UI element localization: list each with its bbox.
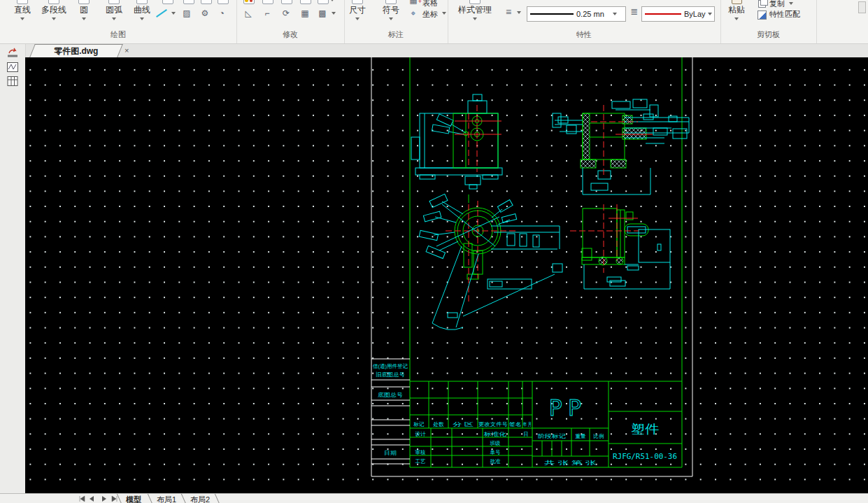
view-top-left	[411, 94, 502, 189]
model-tab[interactable]: 模型	[126, 495, 141, 503]
text-style-icon[interactable]: ◔	[215, 8, 228, 19]
linetype-dropdown-arrow-icon[interactable]	[517, 11, 521, 16]
stage-mark-label: 阶段标记	[538, 433, 567, 439]
dimension-label: 尺寸	[344, 6, 371, 15]
match-properties-label[interactable]: 特性匹配	[769, 9, 800, 19]
circle-icon	[78, 0, 90, 4]
sketch-line-icon[interactable]	[162, 0, 173, 4]
spline-button[interactable]: 曲线	[127, 0, 157, 22]
paste-button[interactable]: 粘贴	[724, 0, 749, 22]
coordinate-dropdown-arrow-icon[interactable]	[442, 12, 446, 17]
status-bar: 模型 布局1 布局2	[0, 493, 868, 503]
region-icon[interactable]	[183, 0, 194, 4]
line-button[interactable]: 直线	[8, 0, 36, 22]
rotate-icon[interactable]: ⟳	[280, 8, 292, 19]
edit-hatch-dropdown-arrow-icon[interactable]	[332, 12, 336, 17]
coordinate-label[interactable]: 坐标	[422, 9, 438, 19]
ribbon-collapse-icon[interactable]	[858, 1, 866, 13]
hatch-icon[interactable]: ▨	[180, 8, 193, 19]
linetype-icon[interactable]: ≡	[502, 6, 515, 17]
table-label[interactable]: 表格	[422, 0, 438, 8]
array-icon[interactable]: ▦	[299, 8, 311, 19]
paste-dropdown-arrow-icon[interactable]	[734, 17, 739, 22]
document-tab-close-icon[interactable]: ×	[124, 46, 129, 55]
style-manager-button[interactable]: 样式管理	[451, 0, 499, 22]
layout2-tab[interactable]: 布局2	[190, 495, 210, 503]
lineweight-display-icon[interactable]: ≣	[628, 6, 641, 17]
rev-signature: 签名	[509, 421, 522, 427]
stretch-icon[interactable]	[300, 0, 311, 4]
rev-zone: 分 区	[453, 421, 474, 427]
symbol-dropdown-arrow-icon[interactable]	[389, 17, 393, 22]
layout-nav-arrows[interactable]	[78, 495, 120, 503]
line-dropdown-arrow-icon[interactable]	[20, 17, 24, 22]
spline-dropdown-arrow-icon[interactable]	[140, 17, 144, 22]
staff-process: 工艺	[415, 458, 427, 465]
edit-hatch-icon[interactable]: ▩	[316, 8, 329, 19]
drawing-no-text: RJFG/R51-00-36	[613, 452, 677, 461]
staff-order-no: 单号	[490, 449, 501, 455]
osnap-dots-icon[interactable]	[243, 0, 255, 4]
arc-dropdown-arrow-icon[interactable]	[112, 17, 116, 22]
view-middle-right	[570, 204, 670, 289]
model-space-canvas[interactable]: 借(通)用件登记 旧底图总号 底图总号 日期	[25, 57, 868, 494]
erase-icon[interactable]	[262, 0, 273, 4]
fillet-icon[interactable]: ⌐	[261, 8, 273, 19]
dimension-button[interactable]: 尺寸	[344, 0, 371, 22]
scale-dropdown-arrow-icon[interactable]	[330, 0, 334, 3]
ribbon-group-annotate: 尺寸 符号 ▦+ 表格 ⌖ 坐标 标注	[344, 0, 448, 43]
material-text: PP	[549, 395, 588, 421]
scale-icon[interactable]	[318, 0, 329, 4]
cyan-line-glyph	[156, 9, 167, 17]
style-manager-dropdown-arrow-icon[interactable]	[473, 17, 477, 22]
lineweight-value: 0.25 mn	[576, 10, 611, 18]
borrow-record-table: 借(通)用件登记 旧底图总号 底图总号 日期	[371, 359, 410, 464]
circle-button[interactable]: 圆	[71, 0, 97, 22]
properties-group-label: 特性	[448, 29, 720, 40]
copy-dropdown-arrow-icon[interactable]	[789, 2, 793, 7]
circle-label: 圆	[71, 6, 97, 15]
symbol-button[interactable]: 符号	[378, 0, 404, 22]
spline-icon	[136, 0, 148, 4]
pick-arrow-icon[interactable]	[218, 0, 229, 4]
layout1-tab[interactable]: 布局1	[157, 495, 176, 503]
mirror-icon[interactable]	[281, 0, 292, 4]
line-tool-icon[interactable]	[155, 8, 168, 19]
pattern-fill-icon[interactable]	[6, 61, 20, 73]
ribbon-group-modify: ◺ ⌐ ⟳ ▦ ▩ 修改	[236, 0, 345, 43]
polyline-label: 多段线	[36, 6, 71, 15]
color-combo[interactable]: ByLay	[641, 6, 715, 22]
line-tool-dropdown-arrow-icon[interactable]	[171, 12, 176, 17]
left-dock-toolbar	[0, 44, 26, 494]
table-grid-icon[interactable]	[6, 75, 20, 87]
copy-icon-back	[760, 0, 768, 6]
weight-label: 重量	[576, 433, 587, 439]
chamfer-icon[interactable]: ◺	[242, 8, 255, 19]
staff-class-grade: 班级	[490, 440, 501, 446]
arc-button[interactable]: 圆弧	[99, 0, 129, 22]
document-tab-label: 零件图.dwg	[33, 45, 120, 57]
staff-day: 日	[523, 431, 529, 437]
arc-icon	[108, 0, 120, 4]
spline-label: 曲线	[127, 6, 157, 15]
copy-label[interactable]: 复制	[769, 0, 785, 8]
document-tab[interactable]: 零件图.dwg	[29, 44, 123, 57]
color-dropdown-arrow-icon[interactable]	[708, 13, 712, 17]
block-icon[interactable]	[201, 0, 212, 4]
frame-insert-icon[interactable]	[6, 47, 20, 59]
table-icon[interactable]: ▦+	[407, 0, 420, 6]
cad-application-window: 直线 多段线 圆 圆弧 曲线	[0, 0, 868, 503]
gear-icon[interactable]: ⚙	[199, 8, 211, 19]
coordinate-icon[interactable]: ⌖	[407, 8, 420, 19]
match-properties-icon[interactable]	[757, 10, 767, 20]
polyline-dropdown-arrow-icon[interactable]	[52, 17, 56, 22]
lineweight-combo[interactable]: 0.25 mn	[527, 6, 626, 22]
dimension-dropdown-arrow-icon[interactable]	[355, 17, 360, 22]
lineweight-dropdown-arrow-icon[interactable]	[613, 13, 617, 17]
ribbon-group-draw: 直线 多段线 圆 圆弧 曲线	[0, 0, 237, 43]
staff-design: 设计	[415, 431, 427, 437]
rev-mark: 标记	[413, 421, 425, 427]
staff-standardization: 标准化	[483, 431, 507, 437]
circle-dropdown-arrow-icon[interactable]	[82, 17, 86, 22]
polyline-button[interactable]: 多段线	[36, 0, 71, 22]
